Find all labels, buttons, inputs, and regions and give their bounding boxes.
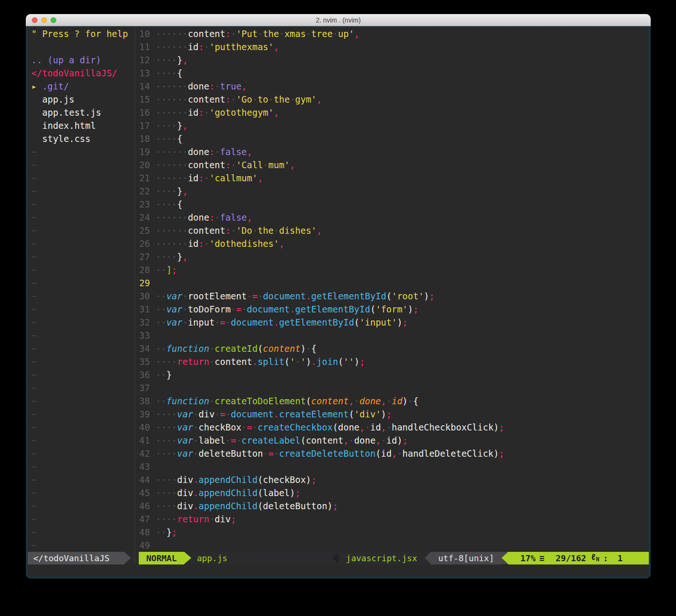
line-number: 41	[135, 434, 156, 447]
code-line-text	[156, 381, 649, 394]
nerdtree-sidebar[interactable]: " Press ? for help.. (up a dir)</todoVan…	[28, 27, 135, 552]
tree-item-label: .. (up a dir)	[31, 55, 101, 65]
code-line[interactable]: 14······done:·true,	[135, 80, 649, 93]
code-line[interactable]: 22····},	[135, 185, 649, 198]
code-line[interactable]: 27····},	[135, 250, 649, 263]
code-line-text: ······done:·false,	[156, 211, 649, 224]
code-line[interactable]: 35····return·content.split('·').join('')…	[135, 355, 649, 368]
tree-item-up-dir[interactable]: .. (up a dir)	[31, 53, 135, 67]
statusline-position: 17%≡29/162ℓN:1	[508, 552, 649, 564]
code-line[interactable]: 28··];	[135, 263, 649, 276]
code-line[interactable]: 45····div.appendChild(label);	[135, 486, 649, 499]
line-number: 27	[135, 250, 156, 263]
code-line[interactable]: 47····return·div;	[135, 512, 649, 526]
code-line[interactable]: 13····{	[135, 67, 649, 80]
line-number: 30	[135, 289, 156, 303]
code-line[interactable]: 44····div.appendChild(checkBox);	[135, 473, 649, 486]
code-line[interactable]: 25······content:·'Do·the·dishes',	[135, 224, 649, 237]
tree-item-file[interactable]: app.js	[31, 93, 135, 106]
code-line[interactable]: 16······id:·'gotothegym',	[135, 106, 649, 119]
code-line[interactable]: 15······content:·'Go·to·the·gym',	[135, 93, 649, 106]
empty-line-tilde: ~	[31, 526, 135, 539]
tree-item-file[interactable]: index.html	[31, 119, 135, 132]
code-line[interactable]: 32··var·input·=·document.getElementById(…	[135, 316, 649, 329]
code-line-text: ··];	[156, 263, 649, 276]
line-number: 22	[135, 185, 156, 198]
code-line[interactable]: 21······id:·'callmum',	[135, 171, 649, 185]
statusline-filename: app.js	[197, 552, 227, 564]
code-line[interactable]: 23····{	[135, 198, 649, 211]
code-line-text: ······id:·'gotothegym',	[156, 106, 649, 119]
tree-item-dir[interactable]: ▸ .git/	[31, 80, 135, 93]
collapsed-dir-arrow-icon[interactable]: ▸	[31, 81, 42, 91]
code-line[interactable]: 17····},	[135, 119, 649, 132]
command-line[interactable]	[28, 564, 649, 577]
line-number: 42	[135, 447, 156, 460]
line-number: 45	[135, 486, 156, 499]
code-line-text: ······done:·false,	[156, 145, 649, 158]
code-line[interactable]: 12····},	[135, 53, 649, 67]
empty-line-tilde: ~	[31, 368, 135, 381]
window-title: 2. nvim . (nvim)	[316, 16, 361, 24]
empty-line-tilde: ~	[31, 394, 135, 408]
code-line[interactable]: 42····var·deleteButton·=·createDeleteBut…	[135, 447, 649, 460]
empty-line-tilde: ~	[31, 460, 135, 473]
close-button[interactable]	[32, 17, 38, 23]
code-line[interactable]: 41····var·label·=·createLabel(content,·d…	[135, 434, 649, 447]
empty-line-tilde: ~	[31, 473, 135, 486]
code-line[interactable]: 39····var·div·=·document.createElement('…	[135, 408, 649, 421]
empty-line-tilde: ~	[31, 171, 135, 185]
line-number: 43	[135, 460, 156, 473]
tree-item-help: " Press ? for help	[31, 27, 135, 40]
code-line-text: ··};	[156, 526, 649, 539]
empty-line-tilde: ~	[31, 276, 135, 289]
code-line[interactable]: 30··var·rootElement·=·document.getElemen…	[135, 289, 649, 303]
empty-line-tilde: ~	[31, 145, 135, 158]
code-line[interactable]: 33	[135, 329, 649, 342]
code-line-text	[156, 329, 649, 342]
tree-item-file[interactable]: app.test.js	[31, 106, 135, 119]
code-line[interactable]: 10······content:·'Put·the·xmas·tree·up',	[135, 27, 649, 40]
code-line[interactable]: 18····{	[135, 132, 649, 145]
code-line[interactable]: 34··function·createId(content)·{	[135, 342, 649, 355]
line-number: 15	[135, 93, 156, 106]
code-line[interactable]: 40····var·checkBox·=·createCheckbox(done…	[135, 421, 649, 434]
code-line[interactable]: 11······id:·'putthexmas',	[135, 40, 649, 53]
minimize-button[interactable]	[41, 17, 47, 23]
code-line[interactable]: 26······id:·'dothedishes',	[135, 237, 649, 250]
line-number: 33	[135, 329, 156, 342]
zoom-button[interactable]	[51, 17, 56, 23]
code-line[interactable]: 36··}	[135, 368, 649, 381]
code-line-text: ····div.appendChild(checkBox);	[156, 473, 649, 486]
code-line-text: ··}	[156, 368, 649, 381]
window-titlebar[interactable]: 2. nvim . (nvim)	[26, 14, 651, 26]
line-number: 48	[135, 526, 156, 539]
code-line[interactable]: 29	[135, 276, 649, 289]
empty-line-tilde: ~	[31, 316, 135, 329]
code-line[interactable]: 46····div.appendChild(deleteButton);	[135, 499, 649, 512]
code-line[interactable]: 37	[135, 381, 649, 394]
code-line[interactable]: 31··var·toDoForm·=·document.getElementBy…	[135, 303, 649, 316]
code-line[interactable]: 38··function·createToDoElement(content,·…	[135, 394, 649, 408]
code-line-text: ······content:·'Put·the·xmas·tree·up',	[156, 27, 649, 40]
powerline-separator	[502, 552, 508, 564]
code-line-text: ····{	[156, 67, 649, 80]
line-number-icon: ℓN	[591, 552, 599, 564]
powerline-separator	[425, 552, 431, 564]
code-line[interactable]: 20······content:·'Call·mum',	[135, 158, 649, 171]
nvim-screen: " Press ? for help.. (up a dir)</todoVan…	[28, 27, 649, 577]
tree-item-file[interactable]: style.css	[31, 132, 135, 145]
position-colon: :	[603, 552, 608, 564]
code-line[interactable]: 24······done:·false,	[135, 211, 649, 224]
code-line[interactable]: 48··};	[135, 526, 649, 539]
terminal-window: 2. nvim . (nvim) " Press ? for help.. (u…	[26, 14, 651, 579]
tree-item-root[interactable]: </todoVanillaJS/	[31, 67, 135, 80]
code-line-text: ····{	[156, 198, 649, 211]
mode-indicator: NORMAL	[139, 552, 184, 564]
line-number: 38	[135, 394, 156, 408]
code-line-text: ··function·createToDoElement(content,·do…	[156, 394, 649, 408]
code-line[interactable]: 43	[135, 460, 649, 473]
code-line[interactable]: 19······done:·false,	[135, 145, 649, 158]
code-buffer[interactable]: 10······content:·'Put·the·xmas·tree·up',…	[135, 27, 649, 552]
code-line[interactable]: 49	[135, 539, 649, 552]
